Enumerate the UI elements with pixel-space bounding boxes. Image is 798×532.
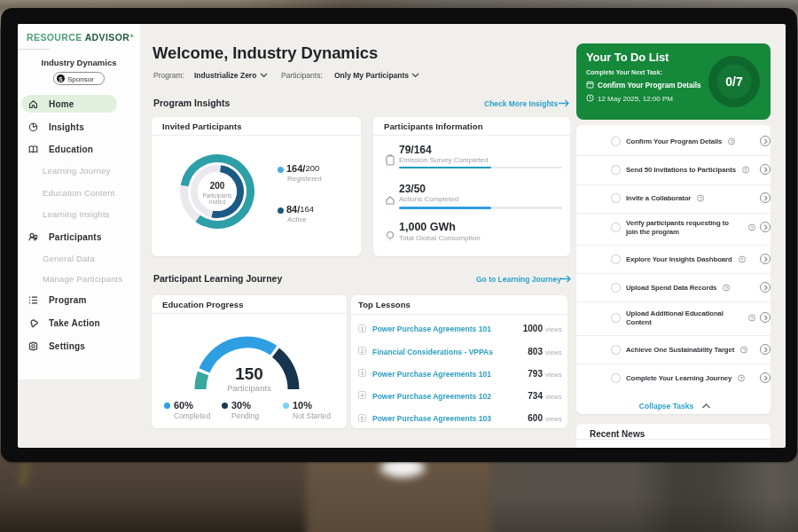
svg-text:Invited: Invited	[208, 199, 225, 205]
svg-text:0/7: 0/7	[725, 74, 743, 89]
svg-text:200: 200	[209, 181, 224, 191]
